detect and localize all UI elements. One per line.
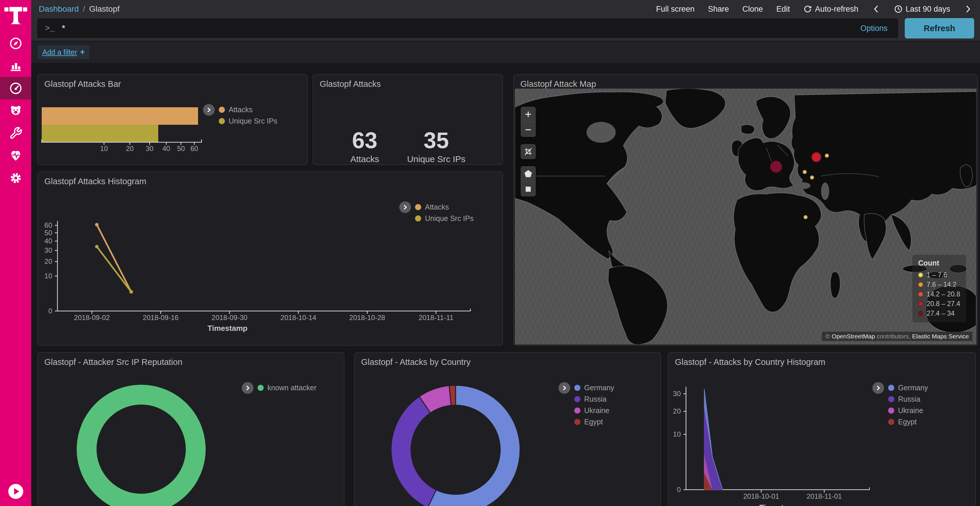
legend-item[interactable]: Germany [574, 382, 614, 393]
panel-title[interactable]: Glastopf Attacks [313, 75, 503, 90]
fullscreen-button[interactable]: Full screen [656, 5, 694, 14]
options-link[interactable]: Options [861, 24, 891, 33]
legend-item[interactable]: Attacks [219, 104, 277, 116]
svg-text:60: 60 [45, 221, 52, 229]
svg-text:10: 10 [45, 272, 52, 280]
legend-toggle-button[interactable] [872, 382, 884, 394]
legend-color-dot [219, 107, 225, 113]
sidebar-item-dashboard[interactable] [0, 77, 31, 99]
map-draw-polygon-button[interactable] [520, 166, 536, 181]
map-draw-rectangle-button[interactable] [520, 181, 536, 197]
time-forward-button[interactable] [964, 5, 972, 13]
map-attribution: © OpenStreetMap contributors, Elastic Ma… [822, 332, 972, 341]
panel-title[interactable]: Glastopf Attack Map [514, 75, 977, 90]
legend-item[interactable]: Attacks [415, 201, 474, 213]
map-marker-western-russia [811, 152, 821, 162]
plus-icon: + [80, 48, 85, 57]
svg-text:2018-10-28: 2018-10-28 [349, 314, 385, 322]
sidebar [0, 0, 31, 506]
time-range-button[interactable]: Last 90 days [894, 5, 950, 14]
sidebar-item-bear[interactable] [0, 99, 31, 122]
map-marker-russia-east [825, 154, 829, 158]
map-count-legend: Count 1 – 7.67.6 – 14.214.2 – 20.820.8 –… [912, 255, 966, 322]
map-marker-germany [770, 160, 782, 173]
legend-item[interactable]: Russia [888, 393, 928, 405]
bear-icon [9, 104, 22, 117]
filter-bar: Add a filter + [31, 41, 980, 63]
map-legend-title: Count [918, 259, 960, 267]
legend-item[interactable]: Egypt [888, 416, 928, 428]
svg-text:2018-10-14: 2018-10-14 [281, 314, 317, 322]
sidebar-item-visualize[interactable] [0, 54, 31, 77]
map-marker-ukraine-north [803, 170, 807, 174]
sidebar-expand-button[interactable] [8, 483, 24, 500]
svg-text:2018-10-01: 2018-10-01 [743, 492, 780, 500]
country-histogram-chart: 01020302018-10-012018-11-01Timestamp [668, 353, 975, 506]
world-map-land [515, 89, 977, 344]
map-zoom-out-button[interactable] [520, 122, 536, 137]
elastic-maps-service-link[interactable]: Elastic Maps Service [912, 333, 969, 339]
openstreetmap-link[interactable]: OpenStreetMap [832, 333, 875, 339]
map-legend-item: 1 – 7.6 [918, 270, 960, 280]
legend-color-dot [888, 385, 894, 391]
map-controls [520, 107, 536, 197]
world-map[interactable]: Count 1 – 7.67.6 – 14.214.2 – 20.820.8 –… [515, 89, 977, 344]
legend-toggle-button[interactable] [242, 382, 253, 394]
time-back-button[interactable] [872, 5, 881, 13]
svg-text:0: 0 [48, 307, 52, 315]
legend-color-dot [888, 396, 894, 402]
legend-item[interactable]: known attacker [258, 382, 317, 393]
svg-text:40: 40 [162, 144, 170, 152]
panel-glastopf-attacks-metric: Glastopf Attacks 63Attacks35Unique Src I… [313, 74, 503, 165]
gauge-icon [9, 82, 22, 95]
map-fit-bounds-button[interactable] [520, 144, 536, 159]
svg-text:30: 30 [146, 144, 154, 152]
legend-toggle-button[interactable] [399, 201, 411, 213]
svg-text:30: 30 [45, 246, 52, 254]
minus-icon [524, 125, 533, 134]
breadcrumb-dashboard-link[interactable]: Dashboard [39, 5, 79, 14]
heartbeat-icon [9, 149, 22, 162]
legend-item[interactable]: Ukraine [888, 405, 928, 416]
svg-text:50: 50 [177, 144, 185, 152]
top-navigation: Dashboard / Glastopf Full screen Share C… [31, 0, 980, 18]
sidebar-item-monitoring[interactable] [0, 144, 31, 167]
add-filter-button[interactable]: Add a filter + [38, 45, 89, 59]
wrench-icon [9, 127, 22, 140]
panel-glastopf-attacks-histogram: Glastopf Attacks Histogram 0102030405060… [37, 171, 503, 346]
svg-text:2018-09-02: 2018-09-02 [74, 314, 110, 322]
search-input[interactable]: >_ * Options [37, 18, 898, 38]
svg-text:20: 20 [673, 407, 681, 415]
legend-item[interactable]: Egypt [574, 416, 614, 428]
chart-legend: GermanyRussiaUkraineEgypt [558, 382, 614, 428]
panel-glastopf-attacks-bar: Glastopf Attacks Bar 102030405060 Attack… [37, 74, 308, 165]
share-button[interactable]: Share [708, 5, 729, 14]
main-content: Dashboard / Glastopf Full screen Share C… [31, 0, 980, 506]
legend-item[interactable]: Ukraine [574, 405, 614, 416]
auto-refresh-button[interactable]: Auto-refresh [803, 5, 858, 14]
chart-legend: GermanyRussiaUkraineEgypt [872, 382, 928, 428]
dashboard-grid: Glastopf Attacks Bar 102030405060 Attack… [31, 63, 980, 506]
legend-toggle-button[interactable] [558, 382, 570, 394]
sidebar-item-management[interactable] [0, 167, 31, 189]
sidebar-item-devtools[interactable] [0, 122, 31, 144]
legend-toggle-button[interactable] [203, 104, 215, 116]
sidebar-item-discover[interactable] [0, 32, 31, 54]
refresh-button[interactable]: Refresh [905, 18, 974, 38]
chevron-right-icon [964, 5, 972, 13]
legend-color-dot [415, 204, 421, 210]
svg-text:Timestamp: Timestamp [759, 503, 799, 506]
clone-button[interactable]: Clone [742, 5, 763, 14]
metric-unique-src-ips: 35Unique Src IPs [407, 128, 466, 164]
telekom-logo[interactable] [0, 0, 31, 32]
legend-item[interactable]: Unique Src IPs [219, 116, 277, 127]
compass-icon [9, 37, 22, 50]
legend-item[interactable]: Russia [574, 393, 614, 405]
refresh-icon [803, 5, 812, 13]
legend-item[interactable]: Unique Src IPs [415, 213, 474, 224]
metric-row: 63Attacks35Unique Src IPs [313, 90, 503, 164]
edit-button[interactable]: Edit [776, 5, 790, 14]
legend-item[interactable]: Germany [888, 382, 928, 393]
svg-text:10: 10 [673, 430, 681, 438]
map-zoom-in-button[interactable] [520, 107, 536, 122]
